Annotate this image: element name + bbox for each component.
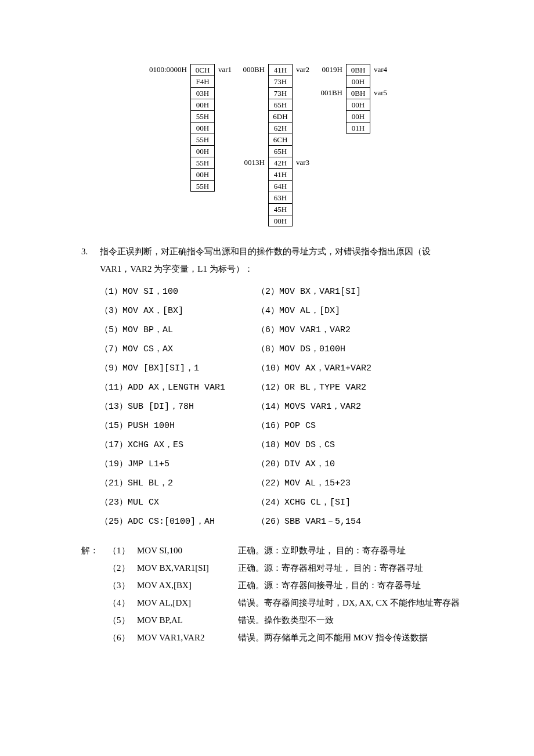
col3-addr-labels: 0019H 001BH — [318, 64, 346, 99]
mem-cell: 63H — [268, 192, 293, 203]
answer-instruction: MOV SI,100 — [137, 542, 238, 559]
answer-lead — [81, 629, 108, 646]
question-item-right: （22）MOV AL，15+23 — [257, 474, 476, 493]
question-row: （11）ADD AX，LENGTH VAR1（12）OR BL，TYPE VAR… — [100, 378, 476, 397]
question-item-right: （6）MOV VAR1，VAR2 — [257, 321, 476, 340]
question-row: （23）MUL CX（24）XCHG CL，[SI] — [100, 493, 476, 512]
mem-cell: 64H — [268, 180, 293, 192]
mem-cell: 45H — [268, 203, 293, 215]
col1-addr-labels: 0100:0000H — [138, 64, 190, 75]
answer-number: （3） — [108, 577, 137, 594]
addr-col3-a: 0019H — [318, 64, 346, 75]
question-item-right: （12）OR BL，TYPE VAR2 — [257, 378, 476, 397]
question-item-right: （14）MOVS VAR1，VAR2 — [257, 397, 476, 416]
mem-cell: 0BH — [346, 64, 370, 75]
answer-instruction: MOV AL,[DX] — [137, 594, 238, 611]
addr-col1-top: 0100:0000H — [138, 64, 190, 75]
answer-description: 正确。源：立即数寻址， 目的：寄存器寻址 — [238, 542, 476, 559]
answer-instruction: MOV AX,[BX] — [137, 577, 238, 594]
question-row: （25）ADC CS:[0100]，AH（26）SBB VAR1－5,154 — [100, 512, 476, 531]
question-item-right: （18）MOV DS，CS — [257, 435, 476, 455]
answer-number: （1） — [108, 542, 137, 559]
mem-cell: 6DH — [268, 110, 293, 122]
question-item-left: （23）MUL CX — [100, 493, 257, 512]
memory-col2: 41H 73H 73H 65H 6DH 62H 6CH 65H 42H 41H … — [268, 64, 293, 226]
mem-cell: 73H — [268, 87, 293, 99]
question-row: （15）PUSH 100H（16）POP CS — [100, 416, 476, 435]
question-item-right: （10）MOV AX，VAR1+VAR2 — [257, 359, 476, 378]
question-row: （9）MOV [BX][SI]，1（10）MOV AX，VAR1+VAR2 — [100, 359, 476, 378]
answer-number: （6） — [108, 629, 137, 646]
answer-number: （4） — [108, 594, 137, 611]
answer-instruction: MOV BX,VAR1[SI] — [137, 559, 238, 577]
answer-row: （2）MOV BX,VAR1[SI]正确。源：寄存器相对寻址， 目的：寄存器寻址 — [81, 559, 476, 577]
answer-description: 正确。源：寄存器相对寻址， 目的：寄存器寻址 — [238, 559, 476, 577]
question-item-left: （11）ADD AX，LENGTH VAR1 — [100, 378, 257, 397]
answer-row: （6）MOV VAR1,VAR2错误。两存储单元之间不能用 MOV 指令传送数据 — [81, 629, 476, 646]
mem-cell: 6CH — [268, 134, 293, 145]
mem-cell: 00H — [190, 145, 215, 157]
var1-label: var1 — [215, 64, 240, 75]
memory-col1: 0CH F4H 03H 00H 55H 00H 55H 00H 55H 00H … — [190, 64, 215, 192]
question-item-left: （5）MOV BP，AL — [100, 321, 257, 340]
mem-cell: 42H — [268, 157, 293, 168]
question-item-left: （7）MOV CS，AX — [100, 340, 257, 359]
memory-diagram: 0100:0000H 0CH F4H 03H 00H 55H 00H 55H 0… — [35, 64, 499, 226]
question-lead-line1: 指令正误判断，对正确指令写出源和目的操作数的寻址方式，对错误指令指出原因（设 — [100, 247, 431, 256]
var4-label: var4 — [370, 64, 396, 75]
col2-addr-labels: 000BH 0013H — [240, 64, 268, 168]
mem-cell: 0CH — [190, 64, 215, 75]
answer-row: （5）MOV BP,AL错误。操作数类型不一致 — [81, 611, 476, 629]
answer-row: 解：（1）MOV SI,100正确。源：立即数寻址， 目的：寄存器寻址 — [81, 542, 476, 559]
col3-var-labels: var4 var5 — [370, 64, 396, 99]
question-row: （19）JMP L1+5（20）DIV AX，10 — [100, 455, 476, 474]
mem-cell: F4H — [190, 75, 215, 87]
mem-cell: 00H — [190, 99, 215, 110]
question-item-right: （26）SBB VAR1－5,154 — [257, 512, 476, 531]
answer-instruction: MOV VAR1,VAR2 — [137, 629, 238, 646]
page-content: 0100:0000H 0CH F4H 03H 00H 55H 00H 55H 0… — [0, 0, 534, 669]
answer-number: （5） — [108, 611, 137, 629]
var5-label: var5 — [370, 87, 396, 99]
question-row: （13）SUB [DI]，78H（14）MOVS VAR1，VAR2 — [100, 397, 476, 416]
question-item-left: （15）PUSH 100H — [100, 416, 257, 435]
question-lead: 3. 指令正误判断，对正确指令写出源和目的操作数的寻址方式，对错误指令指出原因（… — [81, 243, 476, 278]
mem-cell: 00H — [346, 110, 370, 122]
addr-col3-b: 001BH — [318, 87, 346, 99]
question-items: （1）MOV SI，100（2）MOV BX，VAR1[SI]（3）MOV AX… — [100, 282, 476, 531]
question-row: （5）MOV BP，AL（6）MOV VAR1，VAR2 — [100, 321, 476, 340]
question-3: 3. 指令正误判断，对正确指令写出源和目的操作数的寻址方式，对错误指令指出原因（… — [81, 243, 476, 531]
question-row: （3）MOV AX，[BX]（4）MOV AL，[DX] — [100, 301, 476, 321]
var2-label: var2 — [293, 64, 318, 75]
answer-number: （2） — [108, 559, 137, 577]
var3-label: var3 — [293, 157, 318, 168]
question-item-left: （17）XCHG AX，ES — [100, 435, 257, 455]
mem-cell: 01H — [346, 122, 370, 134]
mem-cell: 55H — [190, 110, 215, 122]
question-item-right: （16）POP CS — [257, 416, 476, 435]
answers-block: 解：（1）MOV SI,100正确。源：立即数寻址， 目的：寄存器寻址（2）MO… — [81, 542, 476, 646]
question-item-right: （2）MOV BX，VAR1[SI] — [257, 282, 476, 301]
answer-description: 错误。操作数类型不一致 — [238, 611, 476, 629]
question-item-left: （1）MOV SI，100 — [100, 282, 257, 301]
mem-cell: 55H — [190, 180, 215, 192]
mem-cell: 65H — [268, 145, 293, 157]
mem-cell: 00H — [346, 99, 370, 110]
mem-cell: 00H — [190, 168, 215, 180]
question-item-right: （4）MOV AL，[DX] — [257, 301, 476, 321]
question-row: （1）MOV SI，100（2）MOV BX，VAR1[SI] — [100, 282, 476, 301]
mem-cell: 00H — [268, 215, 293, 226]
mem-cell: 00H — [190, 122, 215, 134]
memory-col3: 0BH 00H 0BH 00H 00H 01H — [346, 64, 370, 134]
question-item-left: （19）JMP L1+5 — [100, 455, 257, 474]
question-item-left: （21）SHL BL，2 — [100, 474, 257, 493]
mem-cell: 65H — [268, 99, 293, 110]
answer-description: 正确。源：寄存器间接寻址，目的：寄存器寻址 — [238, 577, 476, 594]
col2-var-labels: var2 var3 — [293, 64, 318, 168]
answer-lead — [81, 611, 108, 629]
mem-cell: 41H — [268, 168, 293, 180]
addr-col2-top: 000BH — [240, 64, 268, 75]
mem-cell: 03H — [190, 87, 215, 99]
question-lead-line2: VAR1，VAR2 为字变量，L1 为标号）： — [100, 264, 253, 273]
answer-lead — [81, 594, 108, 611]
